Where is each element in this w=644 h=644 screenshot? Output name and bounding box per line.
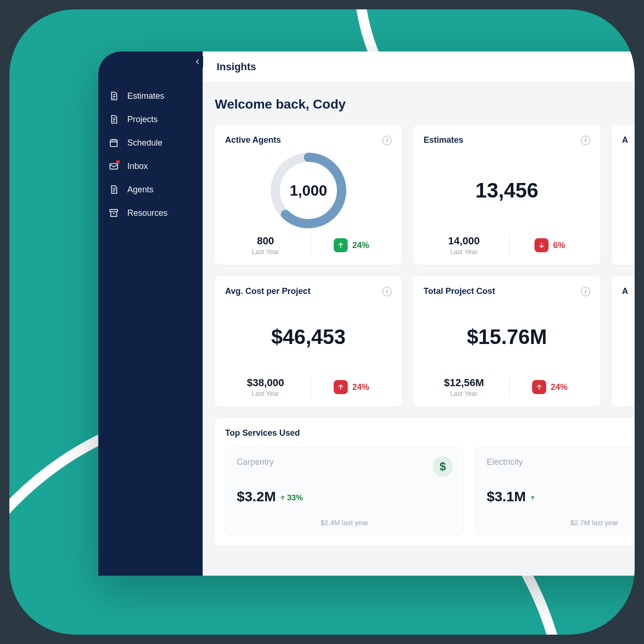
services-title: Top Services Used [225,428,635,438]
metric-card-active-agents: Active Agents i 1,000 [215,125,402,265]
service-delta: 33% [279,493,303,503]
sidebar-item-agents[interactable]: Agents [98,178,203,201]
delta-value: 6% [553,241,565,250]
metrics-row-2: Avg. Cost per Project i $46,453 $38,000 … [215,276,635,407]
document-icon [109,91,119,101]
arrow-down-badge [534,238,549,252]
card-title: Estimates [424,135,463,145]
service-card-carpentry: Carpentry $ $3.2M 33% $2.4M last year [225,447,464,535]
last-year-label: Last Year [225,248,306,256]
document-icon [109,114,119,124]
sidebar-item-schedule[interactable]: Schedule [98,131,203,154]
info-icon[interactable]: i [382,136,392,145]
arrow-up-badge [334,380,348,394]
arrow-up-badge [532,380,546,394]
top-services-panel: Top Services Used Carpentry $ $3.2M 33% [215,418,635,546]
info-icon[interactable]: i [382,287,392,296]
info-icon[interactable]: i [581,136,590,145]
info-icon[interactable]: i [581,287,590,296]
metric-value: $15.76M [467,325,547,349]
metric-card-avg-cost: Avg. Cost per Project i $46,453 $38,000 … [215,276,402,407]
card-title: A [622,286,628,296]
notification-dot [116,160,120,164]
delta-value: 24% [551,382,568,392]
last-year-value: 14,000 [424,235,505,247]
document-icon [109,184,119,195]
sidebar-item-label: Inbox [127,161,148,171]
donut-chart: 1,000 [269,151,348,230]
metric-value: $46,453 [271,325,345,349]
service-last-year: $2.4M last year [237,519,452,527]
calendar-icon [109,138,119,148]
svg-rect-0 [110,140,117,147]
metric-card-total-cost: Total Project Cost i $15.76M $12,56M Las… [413,276,600,407]
sidebar-item-label: Projects [127,115,158,124]
sidebar-collapse-button[interactable] [192,56,203,67]
metrics-row-1: Active Agents i 1,000 [215,125,635,265]
metric-value: 13,456 [476,179,539,202]
envelope-icon [109,161,119,171]
chevron-left-icon [194,59,201,65]
sidebar-item-estimates[interactable]: Estimates [98,84,203,108]
metric-card-partial: A [612,276,635,407]
service-card-electricity: Electricity $ $3.1M $2.7M last year [475,447,635,535]
sidebar-item-label: Schedule [127,138,162,148]
last-year-value: $12,56M [424,377,505,389]
last-year-label: Last Year [225,390,306,397]
delta-value: 24% [352,382,369,392]
sidebar-item-projects[interactable]: Projects [98,108,203,131]
sidebar-item-label: Estimates [127,91,164,101]
svg-rect-1 [110,164,118,169]
delta-value: 24% [352,241,369,250]
last-year-label: Last Year [424,390,505,397]
arrow-up-badge [334,238,348,252]
service-last-year: $2.7M last year [487,519,635,527]
metric-card-partial: A [612,125,635,265]
card-title: Active Agents [225,135,281,145]
service-delta [529,495,537,501]
last-year-value: 800 [225,235,306,247]
teal-background: Estimates Projects Schedule [9,9,635,635]
card-title: Avg. Cost per Project [225,286,310,296]
app-window: Estimates Projects Schedule [98,51,635,576]
last-year-label: Last Year [424,248,505,256]
sidebar-item-resources[interactable]: Resources [98,201,203,225]
sidebar-item-label: Agents [127,185,154,195]
sidebar: Estimates Projects Schedule [98,51,203,576]
sidebar-item-inbox[interactable]: Inbox [98,154,203,178]
last-year-value: $38,000 [225,377,306,389]
welcome-heading: Welcome back, Cody [215,97,635,112]
metric-value: 1,000 [269,151,348,230]
svg-rect-2 [110,210,118,212]
sidebar-item-label: Resources [127,208,168,218]
card-title: Total Project Cost [424,286,495,296]
service-value: $3.1M [487,489,526,505]
metric-card-estimates: Estimates i 13,456 14,000 Last Year [413,125,600,265]
card-title: A [622,135,628,145]
page-title: Insights [203,51,635,83]
archive-icon [109,208,119,218]
service-name: Carpentry [237,457,452,467]
service-value: $3.2M [237,489,276,505]
service-delta-value: 33% [287,493,303,503]
dollar-icon: $ [432,456,453,477]
service-name: Electricity [487,457,635,467]
main-area: Insights Welcome back, Cody Active Agent… [203,51,635,576]
